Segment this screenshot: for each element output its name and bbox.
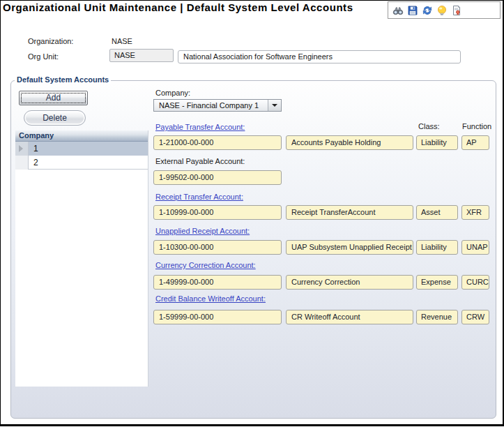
save-icon[interactable]	[407, 5, 418, 16]
refresh-icon[interactable]	[422, 5, 433, 16]
account-code-field[interactable]: 1-21000-00-000	[153, 135, 282, 150]
account-code-field[interactable]: 1-99502-00-000	[153, 170, 282, 185]
account-label-link[interactable]: Payable Transfer Account:	[155, 123, 245, 131]
account-code-field[interactable]: 1-59999-00-000	[153, 310, 282, 324]
account-class-field[interactable]: Liability	[416, 135, 458, 150]
company-cell[interactable]: 1	[29, 142, 148, 156]
row-selector-cell[interactable]	[15, 156, 29, 170]
company-grid-row[interactable]: 1	[15, 142, 148, 156]
delete-button[interactable]: Delete	[24, 110, 86, 126]
account-label: External Payable Account:	[155, 157, 245, 165]
account-label-link[interactable]: Receipt Transfer Account:	[155, 193, 243, 201]
report-icon[interactable]	[451, 5, 462, 16]
binoculars-icon[interactable]	[392, 5, 404, 16]
account-class-field[interactable]: Asset	[416, 205, 458, 220]
dropdown-button[interactable]	[268, 100, 281, 111]
company-cell[interactable]: 2	[29, 156, 148, 170]
company-dropdown-label: Company:	[155, 89, 190, 97]
app-window: Organizational Unit Maintenance | Defaul…	[0, 0, 504, 427]
org-unit-name-field[interactable]: National Association for Software Engine…	[178, 50, 461, 63]
account-function-field[interactable]: CURC	[461, 275, 489, 290]
company-grid: Company 1 2	[15, 130, 148, 387]
groupbox-legend: Default System Accounts	[15, 75, 111, 84]
account-class-field[interactable]: Expense	[416, 275, 458, 290]
chevron-down-icon	[272, 104, 277, 107]
lightbulb-icon[interactable]	[436, 5, 448, 16]
account-description-field[interactable]: Receipt TransferAccount	[286, 205, 413, 220]
account-description-field[interactable]: Accounts Payable Holding	[286, 135, 413, 150]
account-code-field[interactable]: 1-10999-00-000	[153, 205, 282, 220]
account-description-field[interactable]: UAP Subsystem Unapplied Receipt	[286, 240, 413, 255]
account-function-field[interactable]: AP	[461, 135, 489, 150]
company-dropdown-value: NASE - Financial Company 1	[159, 100, 259, 111]
company-dropdown[interactable]: NASE - Financial Company 1	[153, 99, 282, 112]
account-description-field[interactable]: Currency Correction	[286, 275, 413, 290]
account-class-field[interactable]: Liability	[416, 240, 458, 255]
account-function-field[interactable]: CRW	[461, 310, 489, 324]
add-button[interactable]: Add	[19, 91, 88, 105]
organization-label: Organization:	[28, 37, 73, 45]
org-unit-code-field[interactable]: NASE	[109, 49, 174, 62]
account-function-field[interactable]: UNAP	[461, 240, 489, 255]
function-column-label: Function	[462, 122, 491, 130]
row-selector-cell[interactable]	[15, 142, 29, 156]
page-title: Organizational Unit Maintenance | Defaul…	[3, 1, 353, 13]
organization-value: NASE	[112, 37, 132, 45]
account-class-field[interactable]: Revenue	[416, 310, 458, 324]
org-unit-label: Org Unit:	[28, 52, 59, 61]
account-code-field[interactable]: 1-49999-00-000	[153, 275, 282, 290]
current-row-arrow-icon	[19, 145, 23, 152]
account-label-link[interactable]: Unapplied Receipt Account:	[155, 227, 250, 235]
class-column-label: Class:	[418, 122, 440, 130]
toolbar	[388, 1, 501, 19]
account-label-link[interactable]: Currency Correction Account:	[155, 261, 256, 269]
account-code-field[interactable]: 1-10300-00-000	[153, 240, 282, 255]
account-description-field[interactable]: CR Writeoff Account	[286, 310, 413, 324]
company-grid-row[interactable]: 2	[15, 156, 148, 170]
account-label-link[interactable]: Credit Balance Writeoff Account:	[155, 294, 266, 303]
account-function-field[interactable]: XFR	[461, 205, 489, 220]
company-grid-header[interactable]: Company	[15, 130, 148, 142]
